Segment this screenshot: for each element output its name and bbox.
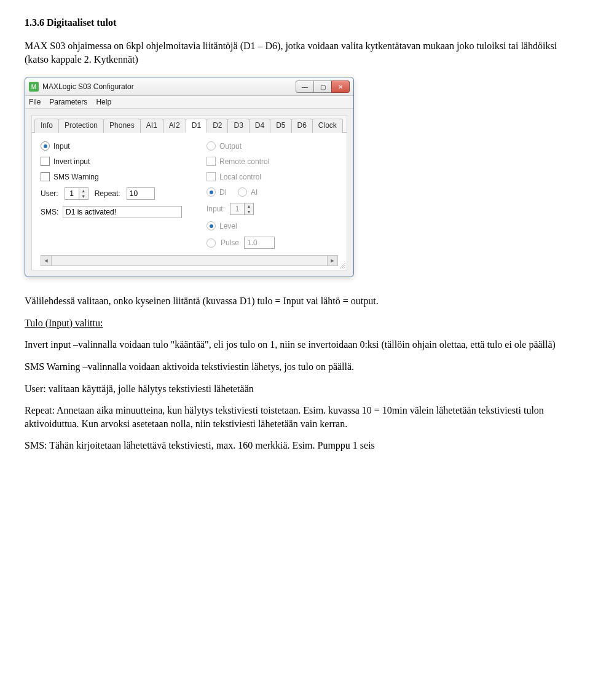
chevron-up-icon: ▲ (245, 203, 253, 209)
tab-info[interactable]: Info (34, 119, 59, 133)
app-icon: M (29, 82, 39, 92)
pulse-label: Pulse (221, 238, 239, 247)
ai-radio-row: AI (238, 187, 258, 197)
output-radio-label: Output (219, 142, 242, 151)
chevron-up-icon[interactable]: ▲ (79, 188, 88, 194)
tab-ai2[interactable]: AI2 (163, 119, 186, 133)
tab-ai1[interactable]: AI1 (140, 119, 163, 133)
chevron-down-icon: ▼ (245, 209, 253, 214)
pulse-radio (206, 238, 216, 248)
titlebar: M MAXLogic S03 Configurator — ▢ ✕ (25, 77, 353, 96)
level-label: Level (219, 222, 237, 230)
invert-input-row[interactable]: Invert input (41, 157, 182, 166)
chevron-down-icon[interactable]: ▼ (79, 194, 88, 199)
tab-body-d1: Input Invert input SMS Warning User: ▲▼ (32, 133, 347, 253)
di-ai-row: DI AI (206, 187, 336, 197)
window-title: MAXLogic S03 Configurator (42, 82, 296, 91)
sms-input[interactable] (63, 206, 182, 218)
paragraph-sms: SMS: Tähän kirjoitetaan lähetettävä teks… (25, 439, 565, 452)
tab-d4[interactable]: D4 (249, 119, 270, 133)
remote-control-checkbox (206, 157, 216, 166)
maximize-button[interactable]: ▢ (313, 81, 332, 93)
close-button[interactable]: ✕ (331, 81, 350, 93)
user-value[interactable] (65, 187, 79, 200)
section-heading: 1.3.6 Digitaaliset tulot (25, 17, 565, 28)
client-area: Info Protection Phones AI1 AI2 D1 D2 D3 … (31, 115, 347, 270)
sms-warning-row[interactable]: SMS Warning (41, 172, 182, 181)
local-control-checkbox (206, 172, 216, 181)
tab-d2[interactable]: D2 (206, 119, 228, 133)
remote-control-label: Remote control (219, 157, 269, 166)
menu-file[interactable]: File (29, 98, 41, 106)
repeat-label: Repeat: (95, 189, 120, 198)
resize-grip-icon[interactable] (338, 261, 345, 269)
minimize-button[interactable]: — (296, 81, 314, 93)
pulse-value: 1.0 (244, 237, 275, 249)
tab-d5[interactable]: D5 (270, 119, 291, 133)
input-index-spinner: ▲▼ (230, 203, 254, 215)
scroll-left-arrow-icon[interactable]: ◄ (41, 256, 52, 265)
paragraph-repeat: Repeat: Annetaan aika minuutteina, kun h… (25, 404, 565, 430)
sms-label: SMS: (41, 208, 58, 216)
intro-paragraph: MAX S03 ohjaimessa on 6kpl ohjelmoitavia… (25, 39, 565, 66)
paragraph-invert: Invert input –valinnalla voidaan tulo "k… (25, 338, 565, 352)
invert-input-label: Invert input (53, 157, 90, 166)
right-column: Output Remote control Local control DI (206, 141, 336, 249)
app-window: M MAXLogic S03 Configurator — ▢ ✕ File P… (25, 77, 354, 277)
input-radio[interactable] (41, 141, 50, 151)
tab-protection[interactable]: Protection (58, 119, 104, 133)
user-spinner[interactable]: ▲▼ (65, 187, 88, 200)
ai-label: AI (251, 188, 258, 197)
input-index-row: Input: ▲▼ (206, 203, 336, 215)
input-radio-label: Input (53, 142, 70, 151)
ai-radio (238, 187, 247, 197)
input-index-value (230, 203, 244, 215)
repeat-input[interactable] (127, 187, 155, 200)
output-radio[interactable] (206, 141, 216, 151)
di-radio (206, 187, 216, 197)
local-control-label: Local control (219, 173, 261, 181)
remote-control-row: Remote control (206, 157, 336, 166)
scroll-right-arrow-icon[interactable]: ► (327, 256, 337, 265)
di-label: DI (219, 188, 227, 197)
subheading-input-selected: Tulo (Input) valittu: (25, 317, 565, 330)
tab-d6[interactable]: D6 (291, 119, 313, 133)
tab-d1[interactable]: D1 (186, 119, 207, 133)
horizontal-scrollbar[interactable]: ◄ ► (41, 255, 338, 266)
invert-input-checkbox[interactable] (41, 157, 50, 166)
after-image-paragraph: Välilehdessä valitaan, onko kyseinen lii… (25, 294, 565, 308)
tab-d3[interactable]: D3 (227, 119, 249, 133)
window-controls: — ▢ ✕ (296, 81, 350, 93)
paragraph-user: User: valitaan käyttäjä, jolle hälytys t… (25, 382, 565, 396)
tab-phones[interactable]: Phones (103, 119, 141, 133)
tabstrip: Info Protection Phones AI1 AI2 D1 D2 D3 … (32, 116, 347, 133)
local-control-row: Local control (206, 172, 336, 181)
pulse-row: Pulse 1.0 (206, 237, 336, 249)
output-radio-row[interactable]: Output (206, 141, 336, 151)
sms-warning-checkbox[interactable] (41, 172, 50, 181)
user-label: User: (41, 189, 58, 198)
input-index-label: Input: (206, 205, 225, 213)
tab-clock[interactable]: Clock (312, 119, 343, 133)
menu-parameters[interactable]: Parameters (49, 98, 87, 106)
level-radio (206, 221, 216, 230)
input-index-arrows: ▲▼ (244, 203, 254, 215)
level-row: Level (206, 221, 336, 230)
scroll-track[interactable] (52, 256, 327, 265)
di-radio-row: DI (206, 187, 227, 197)
paragraph-smswarning: SMS Warning –valinnalla voidaan aktivoid… (25, 360, 565, 374)
sms-warning-label: SMS Warning (53, 173, 99, 181)
input-radio-row[interactable]: Input (41, 141, 182, 151)
menubar: File Parameters Help (25, 96, 353, 109)
user-repeat-row: User: ▲▼ Repeat: (41, 187, 182, 200)
left-column: Input Invert input SMS Warning User: ▲▼ (41, 141, 182, 249)
user-spinner-arrows[interactable]: ▲▼ (79, 187, 88, 200)
sms-row: SMS: (41, 206, 182, 218)
menu-help[interactable]: Help (96, 98, 111, 106)
